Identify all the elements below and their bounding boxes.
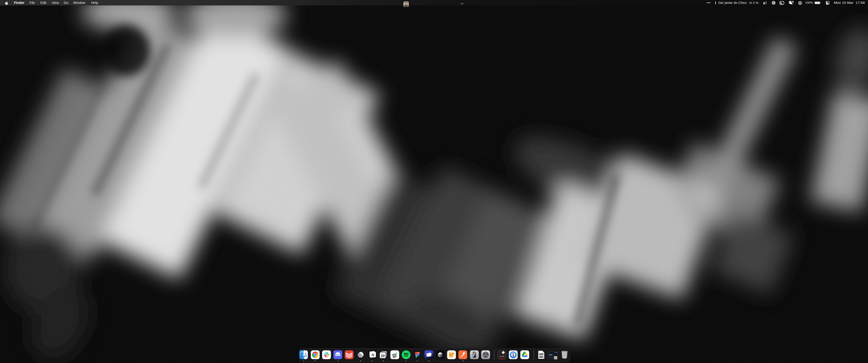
svg-text:1: 1 [512, 353, 515, 357]
svg-text:10: 10 [381, 354, 385, 358]
svg-text:N: N [372, 353, 375, 357]
svg-text:g: g [392, 352, 396, 358]
svg-text:raycast: raycast [500, 356, 504, 357]
